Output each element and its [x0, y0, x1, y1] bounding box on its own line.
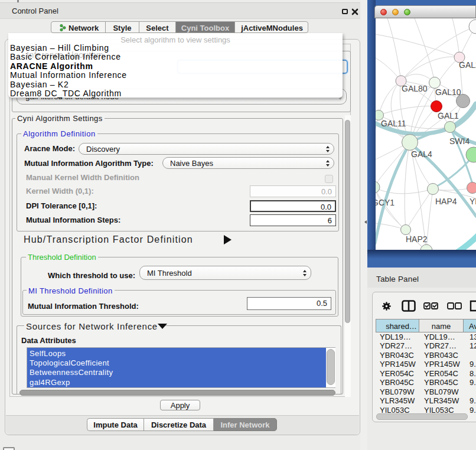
- svg-text:HAP2: HAP2: [406, 234, 428, 244]
- svg-text:GAL80: GAL80: [402, 84, 428, 93]
- svg-text:HAP4: HAP4: [435, 197, 457, 206]
- svg-text:GAL1: GAL1: [438, 111, 459, 120]
- svg-text:YP: YP: [470, 197, 476, 206]
- svg-text:GAL2: GAL2: [459, 60, 476, 70]
- svg-text:GAL10: GAL10: [435, 87, 461, 97]
- svg-text:GCY1: GCY1: [376, 198, 395, 207]
- svg-text:GAL4: GAL4: [411, 149, 432, 159]
- svg-text:GAL11: GAL11: [381, 119, 406, 128]
- svg-text:SWI4: SWI4: [449, 136, 470, 146]
